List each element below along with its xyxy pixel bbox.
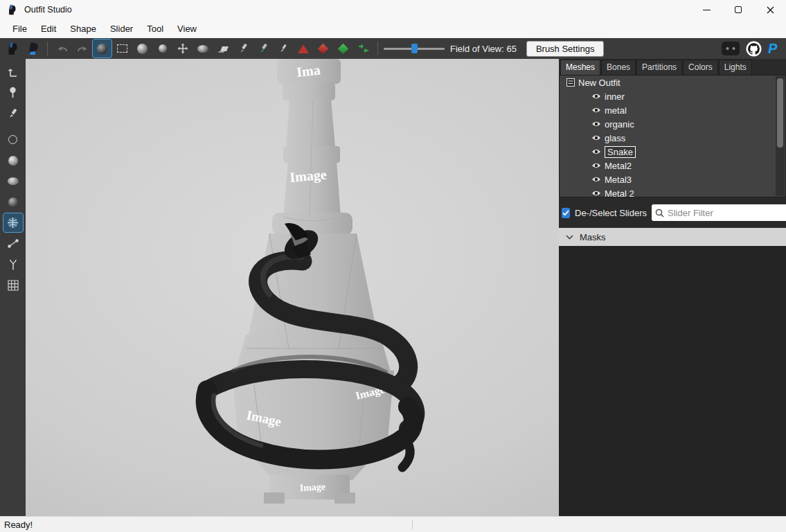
app-logo-icon (7, 4, 19, 16)
viewport-3d[interactable]: Ima Image No No Image Image Image (26, 59, 559, 516)
paypal-icon[interactable]: P P (768, 42, 779, 55)
tree-scrollbar[interactable] (776, 76, 785, 196)
color-brush-icon (258, 43, 269, 54)
slider-filter-input[interactable] (668, 208, 786, 218)
marquee-icon (117, 44, 127, 53)
smooth-brush-tool[interactable] (193, 39, 212, 57)
status-bar: Ready! (0, 516, 786, 532)
load-reference-button[interactable] (24, 39, 42, 57)
tree-root-row[interactable]: New Outfit (560, 76, 785, 89)
redo-icon (76, 44, 89, 53)
inflate-brush-tool[interactable] (133, 39, 152, 57)
tab-meshes[interactable]: Meshes (560, 60, 600, 75)
deflate-brush[interactable] (3, 172, 23, 190)
search-icon (655, 209, 664, 218)
outfit-root-icon (566, 78, 575, 87)
grid-toggle-tool[interactable] (3, 276, 23, 294)
tree-row-metal3[interactable]: Metal3 (560, 172, 785, 186)
mask-brush-tool[interactable] (3, 130, 23, 149)
green-diamond-icon (338, 43, 349, 54)
edit-brush-tool[interactable] (3, 104, 23, 123)
window-title: Outfit Studio (24, 5, 72, 15)
select-brush-tool[interactable] (93, 39, 111, 57)
close-button[interactable] (754, 0, 786, 19)
tree-row-metal-2[interactable]: Metal 2 (560, 186, 785, 197)
chevron-down-icon (566, 235, 573, 240)
menu-file[interactable]: File (6, 21, 34, 37)
menu-slider[interactable]: Slider (103, 21, 140, 37)
visibility-eye-icon[interactable] (591, 176, 601, 183)
tree-scrollbar-thumb[interactable] (777, 78, 783, 148)
transform-tool[interactable] (3, 62, 23, 81)
paintbrush-icon (238, 43, 249, 54)
tree-item-label: Metal3 (605, 175, 632, 185)
left-tool-column (0, 59, 26, 516)
deflate-icon (159, 44, 167, 53)
move-brush-tool[interactable] (173, 39, 192, 57)
minimize-button[interactable] (690, 0, 722, 19)
smooth-icon (197, 45, 208, 53)
chat-icon[interactable] (722, 42, 740, 55)
tree-root-label: New Outfit (578, 78, 620, 88)
tab-lights[interactable]: Lights (719, 60, 752, 75)
undo-button[interactable] (53, 39, 71, 57)
visibility-eye-icon[interactable] (591, 134, 601, 141)
redo-button[interactable] (73, 39, 91, 57)
eraser-tool[interactable] (213, 39, 232, 57)
tree-row-organic[interactable]: organic (560, 117, 785, 131)
github-icon[interactable] (746, 41, 762, 57)
meshes-tree: New Outfit inner metal organic glass Sna… (559, 75, 786, 197)
edge-icon (8, 239, 19, 248)
brush-settings-button[interactable]: Brush Settings (526, 41, 605, 57)
mirror-toggle[interactable] (314, 39, 332, 57)
tree-row-snake-selected[interactable]: Snake (560, 145, 785, 159)
minimize-icon (703, 10, 711, 10)
mask-select-tool[interactable] (113, 39, 132, 57)
masks-section-header[interactable]: Masks (559, 228, 786, 246)
tab-partitions[interactable]: Partitions (636, 60, 682, 75)
sliders-empty-area (559, 247, 786, 516)
menu-edit[interactable]: Edit (34, 21, 63, 37)
collision-toggle[interactable] (294, 39, 312, 57)
eraser-icon (217, 44, 229, 53)
smooth-brush-selected[interactable] (3, 213, 23, 232)
visibility-eye-icon[interactable] (591, 121, 601, 127)
move-brush[interactable] (3, 193, 23, 211)
weight-brush-tool[interactable] (3, 234, 23, 253)
tree-row-glass[interactable]: glass (560, 131, 785, 145)
global-brush-toggle[interactable] (354, 39, 373, 57)
visibility-eye-icon[interactable] (591, 107, 601, 114)
segment-brush-tool[interactable] (3, 255, 23, 274)
paint-brush-tool[interactable] (233, 39, 252, 57)
tree-item-label-selected: Snake (605, 146, 636, 158)
tree-item-label: inner (605, 91, 625, 102)
tab-bones[interactable]: Bones (601, 60, 636, 75)
deflate-brush-tool[interactable] (153, 39, 172, 57)
tab-colors[interactable]: Colors (683, 60, 718, 75)
alpha-brush-tool[interactable] (274, 39, 292, 57)
menu-bar: File Edit Shape Slider Tool View (0, 19, 786, 38)
maximize-button[interactable] (722, 0, 754, 19)
menu-view[interactable]: View (170, 21, 204, 37)
tree-row-metal[interactable]: metal (560, 103, 785, 117)
visibility-eye-icon[interactable] (591, 148, 601, 155)
red-triangle-icon (298, 44, 309, 53)
visibility-eye-icon[interactable] (591, 162, 601, 169)
masks-label: Masks (580, 232, 606, 242)
tree-row-metal2[interactable]: Metal2 (560, 159, 785, 172)
field-of-view-slider[interactable] (384, 42, 445, 55)
inflate-brush[interactable] (3, 151, 23, 170)
connected-toggle[interactable] (334, 39, 352, 57)
load-project-button[interactable] (3, 39, 22, 57)
deselect-sliders-checkbox[interactable] (562, 208, 570, 218)
visibility-eye-icon[interactable] (591, 190, 601, 197)
menu-tool[interactable]: Tool (140, 21, 170, 37)
tree-row-inner[interactable]: inner (560, 89, 785, 103)
menu-shape[interactable]: Shape (63, 21, 103, 37)
main-toolbar: Field of View: 65 Brush Settings P P (0, 38, 786, 59)
slider-handle[interactable] (411, 44, 418, 53)
visibility-eye-icon[interactable] (591, 93, 601, 100)
pin-tool[interactable] (3, 83, 23, 102)
color-brush-tool[interactable] (253, 39, 272, 57)
move-cross-icon (177, 43, 188, 54)
